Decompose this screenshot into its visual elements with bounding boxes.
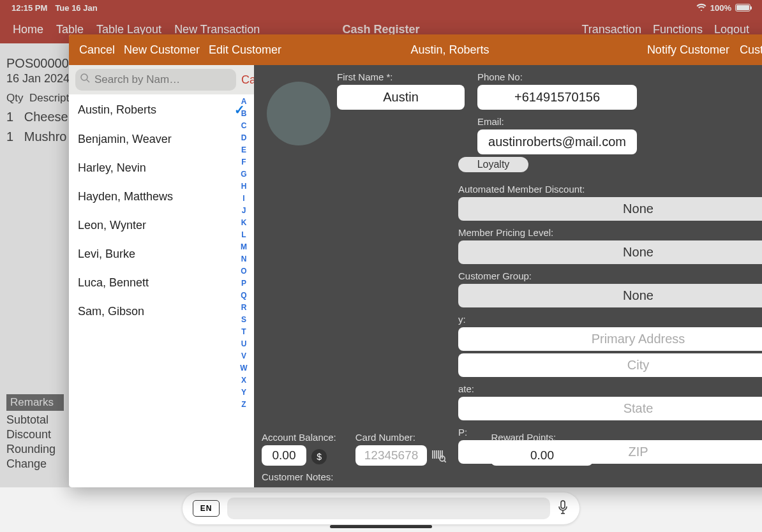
pricing-level-label: Member Pricing Level: bbox=[458, 227, 762, 238]
keyboard-bar: EN bbox=[0, 487, 762, 532]
card-number-field[interactable]: 12345678 bbox=[355, 445, 428, 466]
customer-search-input[interactable] bbox=[75, 69, 236, 91]
customer-name: Levi, Burke bbox=[78, 248, 135, 261]
keyboard-input[interactable] bbox=[227, 498, 550, 519]
battery-icon bbox=[735, 4, 751, 11]
customer-group-label: Customer Group: bbox=[458, 270, 762, 281]
microphone-icon[interactable] bbox=[558, 500, 568, 517]
customer-name: Benjamin, Weaver bbox=[78, 133, 172, 146]
rounding-label: Rounding bbox=[6, 443, 56, 456]
change-label: Change bbox=[6, 457, 56, 471]
alpha-letter[interactable]: Q bbox=[235, 290, 253, 302]
customer-name: Harley, Nevin bbox=[78, 161, 146, 175]
alpha-index[interactable]: A B C D E F G H I J K L M N O P Q R S T … bbox=[235, 96, 253, 411]
alpha-letter[interactable]: I bbox=[235, 193, 253, 205]
state-field[interactable]: State bbox=[458, 397, 762, 420]
battery-pct: 100% bbox=[710, 3, 731, 13]
reward-points-label: Reward Points: bbox=[491, 432, 593, 443]
customer-row[interactable]: Levi, Burke bbox=[69, 240, 254, 269]
customer-row[interactable]: Austin, Roberts bbox=[69, 94, 254, 125]
address-field[interactable]: Primary Address bbox=[458, 327, 762, 351]
card-number-label: Card Number: bbox=[355, 432, 447, 443]
status-bar: 12:15 PM Tue 16 Jan 100% bbox=[0, 0, 762, 15]
customer-list: Austin, Roberts Benjamin, Weaver Harley,… bbox=[69, 94, 254, 487]
address-label: y: bbox=[458, 314, 762, 325]
customer-row[interactable]: Hayden, Matthews bbox=[69, 182, 254, 211]
new-customer-button[interactable]: New Customer bbox=[124, 43, 200, 57]
email-field[interactable]: austinroberts@mail.com bbox=[477, 129, 637, 154]
keyboard-lang-chip[interactable]: EN bbox=[193, 500, 220, 517]
loyalty-pill[interactable]: Loyalty bbox=[458, 157, 528, 172]
customer-row[interactable]: Benjamin, Weaver bbox=[69, 125, 254, 154]
phone-field[interactable]: +61491570156 bbox=[477, 85, 637, 110]
pricing-level-field[interactable]: None bbox=[458, 240, 762, 264]
alpha-letter[interactable]: Y bbox=[235, 387, 253, 399]
alpha-letter[interactable]: A bbox=[235, 96, 253, 108]
wifi-icon bbox=[696, 3, 706, 13]
reward-points-field[interactable]: 0.00 bbox=[491, 445, 593, 466]
item-qty: 1 bbox=[6, 110, 13, 124]
item-name: Mushro bbox=[24, 129, 67, 144]
alpha-letter[interactable]: T bbox=[235, 326, 253, 338]
alpha-letter[interactable]: W bbox=[235, 362, 253, 374]
alpha-letter[interactable]: M bbox=[235, 241, 253, 253]
nav-home[interactable]: Home bbox=[13, 23, 43, 36]
customer-name: Leon, Wynter bbox=[78, 219, 146, 232]
alpha-letter[interactable]: C bbox=[235, 120, 253, 132]
alpha-letter[interactable]: P bbox=[235, 277, 253, 290]
edit-customer-button[interactable]: Edit Customer bbox=[209, 43, 281, 57]
custody-button[interactable]: Custody bbox=[740, 43, 762, 57]
item-name: Cheese bbox=[24, 110, 68, 124]
state-label: ate: bbox=[458, 383, 762, 394]
alpha-letter[interactable]: B bbox=[235, 108, 253, 120]
email-label: Email: bbox=[477, 116, 637, 127]
alpha-letter[interactable]: J bbox=[235, 205, 253, 217]
subtotal-label: Subtotal bbox=[6, 413, 56, 427]
customer-name: Hayden, Matthews bbox=[78, 190, 173, 203]
auto-discount-label: Automated Member Discount: bbox=[458, 184, 762, 195]
customer-row[interactable]: Sam, Gibson bbox=[69, 297, 254, 326]
customer-modal-header: Cancel New Customer Edit Customer Austin… bbox=[69, 34, 762, 65]
alpha-letter[interactable]: U bbox=[235, 338, 253, 350]
alpha-letter[interactable]: L bbox=[235, 229, 253, 241]
clock: 12:15 PM bbox=[11, 3, 47, 13]
customer-modal-title: Austin, Roberts bbox=[410, 43, 489, 57]
customer-name: Austin, Roberts bbox=[78, 103, 156, 117]
alpha-letter[interactable]: V bbox=[235, 350, 253, 362]
alpha-letter[interactable]: O bbox=[235, 265, 253, 277]
customer-cancel-button[interactable]: Cancel bbox=[79, 43, 115, 57]
customer-modal: Cancel New Customer Edit Customer Austin… bbox=[69, 34, 762, 487]
alpha-letter[interactable]: X bbox=[235, 374, 253, 387]
customer-form: First Name *: Austin Phone No: +61491570… bbox=[254, 65, 762, 487]
customer-group-field[interactable]: None bbox=[458, 284, 762, 307]
alpha-letter[interactable]: R bbox=[235, 302, 253, 314]
dollar-icon[interactable]: $ bbox=[311, 449, 327, 464]
alpha-letter[interactable]: K bbox=[235, 217, 253, 229]
svg-rect-4 bbox=[561, 501, 565, 508]
alpha-letter[interactable]: E bbox=[235, 144, 253, 156]
customer-name: Luca, Bennett bbox=[78, 276, 149, 290]
first-name-field[interactable]: Austin bbox=[337, 85, 465, 110]
alpha-letter[interactable]: Z bbox=[235, 399, 253, 411]
customer-row[interactable]: Luca, Bennett bbox=[69, 269, 254, 297]
alpha-letter[interactable]: S bbox=[235, 314, 253, 326]
card-barcode-icon[interactable] bbox=[432, 454, 446, 464]
alpha-letter[interactable]: D bbox=[235, 132, 253, 144]
svg-point-1 bbox=[81, 74, 87, 80]
city-field[interactable]: City bbox=[458, 353, 762, 377]
item-qty: 1 bbox=[6, 129, 13, 144]
alpha-letter[interactable]: F bbox=[235, 156, 253, 168]
remarks-label: Remarks bbox=[6, 394, 64, 411]
alpha-letter[interactable]: N bbox=[235, 253, 253, 265]
notify-customer-button[interactable]: Notify Customer bbox=[647, 43, 729, 57]
date: Tue 16 Jan bbox=[55, 3, 97, 13]
customer-row[interactable]: Harley, Nevin bbox=[69, 154, 254, 182]
avatar[interactable] bbox=[267, 82, 331, 145]
phone-label: Phone No: bbox=[477, 71, 637, 82]
alpha-letter[interactable]: H bbox=[235, 181, 253, 193]
alpha-letter[interactable]: G bbox=[235, 168, 253, 181]
customer-row[interactable]: Leon, Wynter bbox=[69, 211, 254, 240]
auto-discount-field[interactable]: None bbox=[458, 197, 762, 221]
account-balance-field[interactable]: 0.00 bbox=[262, 445, 306, 466]
customer-notes-label: Customer Notes: bbox=[262, 471, 334, 482]
